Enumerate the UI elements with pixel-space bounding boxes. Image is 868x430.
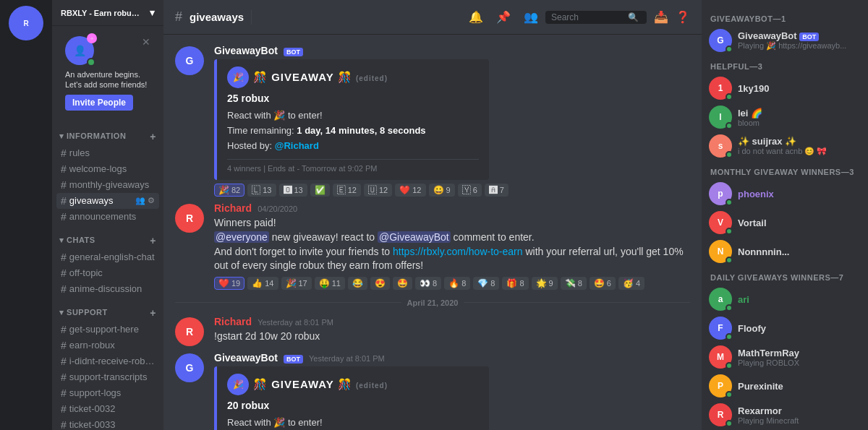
reaction[interactable]: 🥳4 (618, 277, 644, 290)
section-header-support[interactable]: ▾ SUPPORT + (56, 297, 159, 322)
reaction[interactable]: 😂 (348, 277, 367, 290)
help-icon[interactable]: ❓ (676, 10, 690, 24)
reaction[interactable]: 👀8 (415, 277, 441, 290)
list-item[interactable]: N Nonnnnin... (702, 237, 868, 266)
member-status: Playing Minecraft (738, 416, 861, 425)
list-item[interactable]: 1 1ky190 (702, 74, 868, 103)
list-item[interactable]: F Floofy (702, 314, 868, 343)
message-text: Winners paid! (214, 216, 690, 231)
sidebar-item-off-topic[interactable]: # off-topic (56, 265, 159, 281)
online-indicator (726, 93, 733, 100)
list-item[interactable]: V Vortail (702, 208, 868, 237)
sidebar-item-label: get-support-here (69, 324, 139, 335)
list-item[interactable]: s ✨ suijrax ✨ i do not want acnb 😊 🎀 (702, 132, 868, 160)
list-item[interactable]: l lei 🌈 bloom (702, 103, 868, 132)
giveaway-prize: 20 robux (227, 400, 479, 411)
server-header[interactable]: RBXLY - Earn robux throu... ▾ (52, 0, 163, 26)
sidebar-item-giveaways[interactable]: # giveaways 👥 ⚙ (56, 193, 159, 209)
reaction[interactable]: 🅰7 (485, 184, 509, 197)
reaction[interactable]: 🇾6 (458, 184, 482, 197)
reaction[interactable]: 🤩 (393, 277, 412, 290)
section-header-chats[interactable]: ▾ CHATS + (56, 225, 159, 249)
reaction[interactable]: 🇪12 (333, 184, 361, 197)
sidebar-item-announcements[interactable]: # announcements (56, 209, 159, 225)
username[interactable]: Richard (214, 316, 252, 327)
right-sidebar: GIVEAWAYBOT—1 G GiveawayBot BOT Playing … (702, 0, 868, 430)
reaction[interactable]: 🤑11 (315, 277, 345, 290)
online-indicator (726, 304, 733, 311)
inbox-icon[interactable]: 📥 (654, 10, 668, 24)
chat-messages: G GiveawayBot BOT 🎉 🎊 GIVEAWAY 🎊 (edited… (163, 35, 702, 430)
reaction[interactable]: 🎉17 (281, 277, 312, 290)
member-info: MathTermRay Playing ROBLOX (738, 348, 861, 367)
add-channel-icon[interactable]: + (150, 307, 156, 319)
reaction[interactable]: 🔥8 (444, 277, 470, 290)
hash-icon: # (61, 340, 67, 351)
reaction[interactable]: 😍 (370, 277, 390, 290)
sidebar-item-welcome-logs[interactable]: # welcome-logs (56, 161, 159, 177)
reaction[interactable]: ❤️12 (395, 184, 425, 197)
giveaway-header: 🎉 🎊 GIVEAWAY 🎊 (edited) (227, 66, 479, 88)
sidebar-item-earn-robux[interactable]: # earn-robux (56, 337, 159, 353)
sidebar-item-monthly-giveaways[interactable]: # monthly-giveaways (56, 177, 159, 193)
username[interactable]: GiveawayBot (214, 352, 278, 364)
header-icons: 🔔 📌 👥 (469, 10, 538, 24)
sidebar-item-support-transcripts[interactable]: # support-transcripts (56, 369, 159, 385)
reaction[interactable]: 👍14 (247, 277, 278, 290)
add-channel-icon[interactable]: + (150, 235, 156, 246)
member-info: Purexinite (738, 381, 861, 392)
user-avatar-wrap: 👤 + (65, 36, 94, 65)
sidebar-item-rules[interactable]: # rules (56, 145, 159, 161)
list-item[interactable]: M MathTermRay Playing ROBLOX (702, 343, 868, 371)
sidebar-item-support-logs[interactable]: # support-logs (56, 385, 159, 401)
username[interactable]: GiveawayBot (214, 45, 278, 56)
member-name: Vortail (738, 218, 861, 228)
add-channel-icon[interactable]: + (150, 131, 156, 142)
avatar: M (709, 345, 732, 369)
sidebar-item-get-support-here[interactable]: # get-support-here (56, 322, 159, 337)
members-icon[interactable]: 👥 (524, 10, 538, 24)
reaction[interactable]: ❤️19 (214, 277, 244, 290)
sidebar-item-i-didnt-receive-robux-help[interactable]: # i-didnt-receive-robux-help (56, 353, 159, 369)
reaction[interactable]: 😀9 (429, 184, 455, 197)
reaction[interactable]: ✅ (310, 184, 330, 197)
search-input[interactable] (551, 12, 624, 22)
list-item[interactable]: P Purexinite (702, 371, 868, 400)
server-icon[interactable]: R (9, 6, 43, 40)
reaction[interactable]: 🇱13 (247, 184, 276, 197)
sidebar-item-ticket-0033[interactable]: # ticket-0033 (56, 417, 159, 430)
close-icon[interactable]: ✕ (142, 36, 150, 48)
reaction[interactable]: 🎉82 (214, 184, 244, 197)
notification-icon[interactable]: 🔔 (469, 10, 483, 24)
section-header-information[interactable]: ▾ INFORMATION + (56, 121, 159, 145)
pin-icon[interactable]: 📌 (496, 10, 511, 24)
reaction[interactable]: 🌟9 (532, 277, 558, 290)
reaction[interactable]: 🇺12 (364, 184, 392, 197)
giveaway-icon: 🎉 (227, 66, 249, 88)
sidebar-item-anime-discussion[interactable]: # anime-discussion (56, 281, 159, 297)
reactions: ❤️19 👍14 🎉17 🤑11 😂 😍 🤩 👀8 🔥8 💎8 🎁8 🌟9 💸8… (214, 277, 690, 290)
reaction[interactable]: 💎8 (473, 277, 499, 290)
message-text: @everyone new giveaway! react to @Giveaw… (214, 231, 690, 245)
invite-people-button[interactable]: Invite People (65, 95, 133, 111)
reaction[interactable]: 🎁8 (502, 277, 528, 290)
avatar: F (709, 317, 732, 340)
list-item[interactable]: p phoenix (702, 179, 868, 208)
message-timestamp: Yesterday at 8:01 PM (309, 354, 385, 363)
member-name: lei 🌈 (738, 108, 861, 119)
member-status: i do not want acnb 😊 🎀 (738, 147, 861, 156)
reaction[interactable]: 🅾13 (279, 184, 307, 197)
avatar: P (709, 374, 732, 397)
rs-section-header: GIVEAWAYBOT—1 (702, 7, 868, 26)
list-item[interactable]: G GiveawayBot BOT Playing 🎉 https://give… (702, 26, 868, 55)
sidebar-item-ticket-0032[interactable]: # ticket-0032 (56, 401, 159, 417)
list-item[interactable]: R Rexarmor Playing Minecraft (702, 400, 868, 429)
list-item[interactable]: a ari (702, 285, 868, 314)
username[interactable]: Richard (214, 202, 252, 214)
search-icon[interactable]: 🔍 (628, 12, 639, 22)
sidebar-item-label: ticket-0033 (69, 419, 116, 430)
sidebar-item-general-english-chat[interactable]: # general-english-chat (56, 249, 159, 265)
invite-link[interactable]: https://rbxly.com/how-to-earn (393, 246, 522, 257)
reaction[interactable]: 🤩6 (590, 277, 616, 290)
reaction[interactable]: 💸8 (561, 277, 587, 290)
